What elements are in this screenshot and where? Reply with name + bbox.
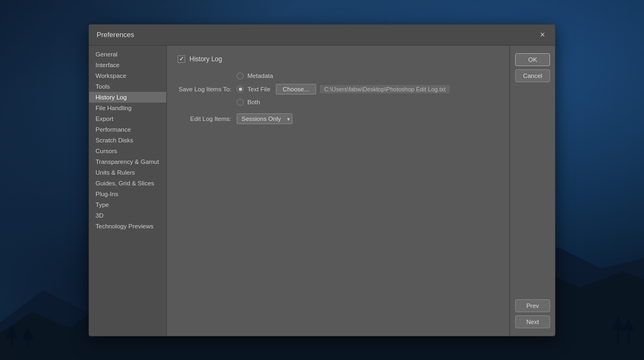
save-log-radio-group: Metadata — [237, 73, 499, 80]
close-button[interactable]: × — [538, 30, 547, 40]
file-path: C:\Users\fabw\Desktop\Photoshop Edit Log… — [319, 84, 450, 94]
edit-log-row: Edit Log Items: Sessions Only Concise De… — [178, 113, 499, 124]
edit-log-label: Edit Log Items: — [178, 116, 237, 122]
save-log-row: Save Log Items To: Text File Choose... C… — [178, 84, 499, 95]
ok-button[interactable]: OK — [515, 53, 550, 66]
cancel-button[interactable]: Cancel — [515, 69, 550, 82]
sidebar-item-plug-ins[interactable]: Plug-Ins — [89, 189, 166, 199]
radio-metadata-btn[interactable] — [237, 73, 244, 80]
sidebar-item-type[interactable]: Type — [89, 199, 166, 210]
dialog-title: Preferences — [97, 31, 134, 39]
sidebar: General Interface Workspace Tools Histor… — [89, 46, 167, 336]
radio-text-file[interactable]: Text File — [237, 85, 270, 92]
sidebar-item-scratch-disks[interactable]: Scratch Disks — [89, 135, 166, 146]
sidebar-item-workspace[interactable]: Workspace — [89, 70, 166, 81]
main-content: History Log Metadata Save Log Items To: … — [167, 46, 509, 336]
button-panel: OK Cancel Prev Next — [509, 46, 555, 336]
dialog-body: General Interface Workspace Tools Histor… — [89, 46, 555, 336]
sidebar-item-transparency-gamut[interactable]: Transparency & Gamut — [89, 156, 166, 167]
sessions-select[interactable]: Sessions Only Concise Detailed — [237, 113, 292, 124]
history-log-header: History Log — [178, 55, 499, 63]
choose-button[interactable]: Choose... — [276, 84, 316, 95]
sidebar-item-performance[interactable]: Performance — [89, 124, 166, 135]
radio-both-btn[interactable] — [237, 99, 244, 106]
radio-both-row: Both — [237, 99, 499, 106]
sidebar-item-cursors[interactable]: Cursors — [89, 146, 166, 156]
prev-button[interactable]: Prev — [515, 299, 550, 312]
history-log-checkbox[interactable] — [178, 55, 185, 63]
save-log-label: Save Log Items To: — [178, 86, 237, 92]
history-log-label: History Log — [189, 55, 222, 63]
radio-both[interactable]: Both — [237, 99, 499, 106]
sidebar-item-interface[interactable]: Interface — [89, 60, 166, 70]
sidebar-item-history-log[interactable]: History Log — [89, 92, 166, 103]
next-button[interactable]: Next — [515, 315, 550, 328]
sidebar-item-guides-grid-slices[interactable]: Guides, Grid & Slices — [89, 178, 166, 189]
radio-metadata-label: Metadata — [247, 73, 273, 79]
sidebar-item-3d[interactable]: 3D — [89, 210, 166, 221]
dialog-title-bar: Preferences × — [89, 25, 555, 46]
sidebar-item-technology-previews[interactable]: Technology Previews — [89, 221, 166, 232]
sidebar-item-export[interactable]: Export — [89, 113, 166, 124]
radio-both-label: Both — [247, 99, 260, 105]
sidebar-item-units-rulers[interactable]: Units & Rulers — [89, 167, 166, 178]
preferences-dialog: Preferences × General Interface Workspac… — [89, 24, 555, 336]
sidebar-item-file-handling[interactable]: File Handling — [89, 103, 166, 113]
radio-text-file-label: Text File — [247, 86, 270, 92]
radio-metadata[interactable]: Metadata — [237, 73, 499, 80]
sessions-select-wrapper: Sessions Only Concise Detailed — [237, 113, 292, 124]
radio-text-file-btn[interactable] — [237, 85, 244, 92]
sidebar-item-tools[interactable]: Tools — [89, 81, 166, 92]
sidebar-item-general[interactable]: General — [89, 49, 166, 60]
